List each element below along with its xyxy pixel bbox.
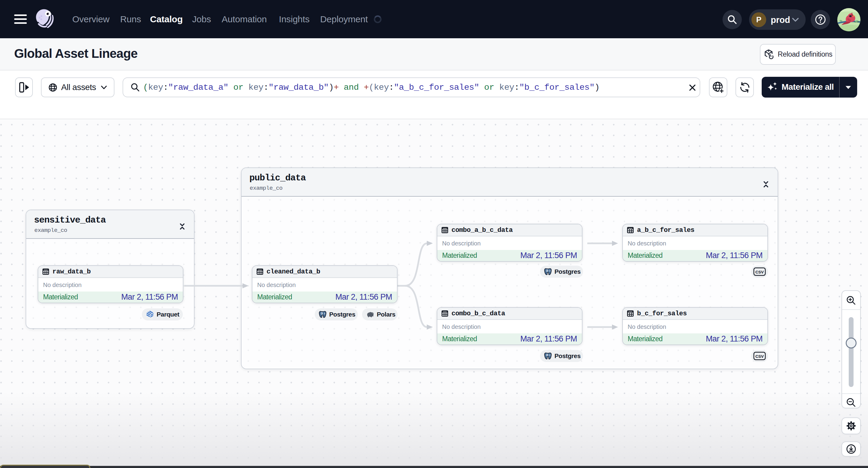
svg-text:CSV: CSV — [755, 354, 764, 359]
svg-text:CSV: CSV — [755, 270, 764, 274]
